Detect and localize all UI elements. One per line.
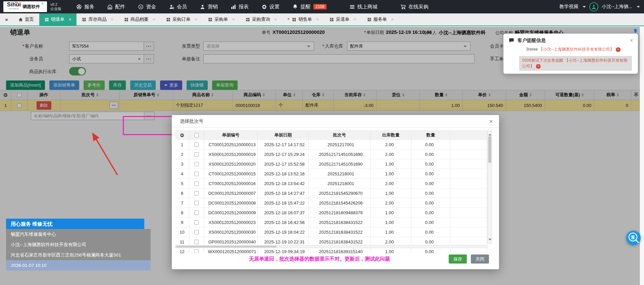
scroll-down-icon[interactable] (488, 239, 492, 242)
batch-row[interactable]: 10 XS00012025120000030 2025-12-19 16:04:… (175, 227, 487, 237)
row-checkbox[interactable] (194, 152, 199, 157)
batch-row[interactable]: 6 DC00012025120000007 2025-12-18 14:27:4… (175, 188, 487, 198)
topbar-nav-item[interactable]: 设置 (255, 0, 286, 13)
batch-column-header[interactable]: 出库数量 (370, 130, 411, 140)
save-button[interactable]: 保存 (449, 254, 467, 264)
modal-header: 选择批次号 × (172, 115, 499, 128)
current-user[interactable]: 小沈--上海驷... (602, 4, 632, 10)
row-number: 1 (175, 140, 189, 150)
modal-horizontal-scrollbar[interactable] (175, 245, 487, 248)
batch-row[interactable]: 1 CT00012025120000013 2025-12-17 14:17:5… (175, 140, 487, 150)
outbound-qty-cell: 1.00 (370, 218, 411, 227)
speech-bubble-icon (508, 38, 514, 44)
batch-row[interactable]: 3 XS00012025120000020 2025-12-17 15:52:5… (175, 159, 487, 169)
qty-cell: 0.00 (411, 227, 450, 237)
scrollbar-thumb[interactable] (176, 246, 277, 247)
batch-column-header[interactable]: 批次号 (309, 130, 370, 140)
tab[interactable]: 库存商品 × (77, 13, 118, 25)
tab-close-icon[interactable]: × (110, 17, 113, 22)
tab-close-icon[interactable]: × (195, 17, 197, 22)
nav-icon (292, 4, 298, 10)
batch-column-header[interactable]: 单据编号 (204, 130, 258, 140)
tab-label: 库存商品 (88, 16, 106, 22)
avatar[interactable] (589, 2, 598, 11)
delete-reminder-icon[interactable]: × (616, 47, 621, 52)
topbar-nav-item[interactable]: 提醒 2108 (286, 0, 333, 13)
scroll-up-icon[interactable] (488, 132, 492, 135)
tab-close-icon[interactable]: × (391, 17, 394, 22)
doc-date-cell: 2025-12-17 15:52:58 (258, 159, 309, 169)
tab-close-icon[interactable]: × (153, 17, 155, 22)
tab[interactable]: 商品档案 × (119, 13, 161, 25)
close-button[interactable]: 关闭 (471, 254, 489, 264)
tab-close-icon[interactable]: × (353, 17, 356, 22)
topbar-nav-item[interactable]: 服务 (70, 0, 101, 13)
batch-row[interactable]: 8 DC00012025120000009 2025-12-18 16:07:3… (175, 208, 487, 218)
topbar-nav-item[interactable]: 会员 (162, 0, 193, 13)
row-checkbox[interactable] (194, 211, 199, 215)
topbar-nav-item[interactable]: 在线采购 (394, 0, 435, 13)
row-checkbox[interactable] (194, 201, 199, 205)
tab[interactable]: 采退单 × (324, 13, 362, 25)
service-info-line: 畅盟汽车维修服务中心 (6, 229, 151, 239)
select-all-checkbox[interactable] (194, 133, 199, 137)
batch-no-cell: 20251217001 (309, 140, 370, 150)
outbound-qty-cell: 2.00 (370, 198, 411, 208)
topbar-nav-item[interactable]: ¥ 资金 (132, 0, 162, 13)
topbar-nav-item[interactable]: 线上商城 (343, 0, 384, 13)
qty-cell: 0.00 (411, 169, 450, 179)
tab-close-icon[interactable]: × (316, 17, 319, 22)
reminder-item: 3reree 【小沈--上海驷惠软件科技开发有限公司】× (526, 47, 621, 52)
batch-row[interactable]: 5 CT00012025120000016 2025-12-18 13:54:4… (175, 179, 487, 188)
reminder-header: 客户提醒信息 × (504, 34, 638, 44)
tab[interactable]: 采购单 × (203, 13, 240, 25)
tab-close-icon[interactable]: × (232, 17, 235, 22)
row-checkbox-cell (189, 179, 204, 188)
tab-close-icon[interactable]: × (68, 17, 71, 22)
outbound-qty-cell: 2.00 (370, 150, 411, 159)
tab[interactable]: 采购订单 × (161, 13, 203, 25)
page-scrollbar-track[interactable] (640, 27, 644, 285)
topbar-nav-item[interactable]: 报表 (224, 0, 255, 13)
tab[interactable]: 首页 (13, 13, 39, 25)
tab[interactable]: 采购查询 × (240, 13, 282, 25)
row-checkbox[interactable] (194, 172, 199, 176)
nav-label: 配件 (115, 4, 125, 10)
row-checkbox[interactable] (194, 240, 199, 244)
row-checkbox[interactable] (194, 142, 199, 147)
modal-close-icon[interactable]: × (489, 118, 493, 125)
row-checkbox-cell (189, 140, 204, 150)
row-checkbox[interactable] (194, 181, 199, 186)
batch-column-header[interactable]: 单据日期 (258, 130, 309, 140)
row-checkbox[interactable] (194, 230, 199, 234)
row-checkbox[interactable] (194, 220, 199, 225)
batch-column-header[interactable]: 数量 (411, 130, 450, 140)
tab[interactable]: 服务单 × (362, 13, 399, 25)
scrollbar-thumb[interactable] (488, 136, 491, 163)
tab[interactable]: * 销售单 × (282, 13, 324, 25)
topbar-nav-item[interactable]: 配件 (101, 0, 132, 13)
column-settings-gear-icon[interactable] (175, 130, 189, 140)
modal-vertical-scrollbar[interactable] (487, 130, 492, 244)
batch-row[interactable]: 4 CT00012025120000015 2025-12-18 13:52:1… (175, 169, 487, 179)
doc-date-cell: 2025-12-18 16:42:56 (258, 218, 309, 227)
row-checkbox[interactable] (194, 191, 199, 195)
row-checkbox[interactable] (194, 162, 199, 166)
batch-no-cell: 202512171451051690 (309, 150, 370, 159)
reminder-close-icon[interactable]: × (630, 38, 633, 44)
close-all-tabs-icon[interactable]: × (0, 13, 13, 25)
tab[interactable]: 销退单 × (39, 13, 77, 25)
topbar-nav-item[interactable]: 营销 (193, 0, 224, 13)
delete-reminder-icon[interactable]: × (536, 64, 541, 69)
quick-search-fab[interactable]: 查 (626, 231, 641, 245)
row-checkbox[interactable] (194, 249, 199, 253)
batch-row[interactable]: 2 XS00012025120000019 2025-12-17 15:29:2… (175, 150, 487, 159)
batch-no-cell: 20251218001 (309, 169, 370, 179)
qty-cell: 0.00 (411, 179, 450, 188)
tutorial-video-link[interactable]: 教学视频 (559, 4, 578, 10)
batch-row[interactable]: 9 XS00012025120000023 2025-12-18 16:42:5… (175, 218, 487, 227)
tab-label: 采购单 (214, 16, 228, 22)
tab-close-icon[interactable]: × (274, 17, 277, 22)
pin-icon[interactable] (633, 28, 638, 34)
batch-row[interactable]: 7 DC00012025120000008 2025-12-18 15:47:2… (175, 198, 487, 208)
